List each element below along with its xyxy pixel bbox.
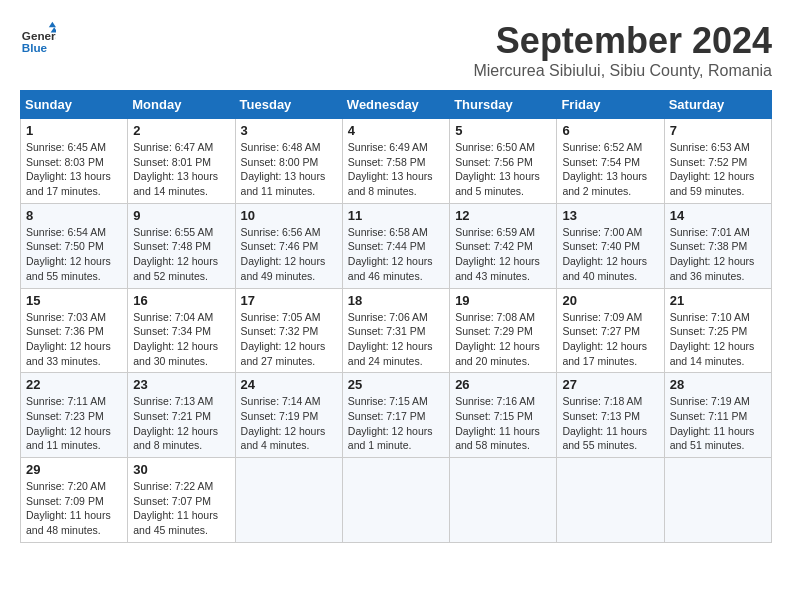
weekday-header-wednesday: Wednesday: [342, 91, 449, 119]
day-number: 14: [670, 208, 766, 223]
day-info: Sunrise: 7:04 AMSunset: 7:34 PMDaylight:…: [133, 310, 229, 369]
day-info: Sunrise: 7:09 AMSunset: 7:27 PMDaylight:…: [562, 310, 658, 369]
day-info: Sunrise: 7:11 AMSunset: 7:23 PMDaylight:…: [26, 394, 122, 453]
day-info: Sunrise: 7:08 AMSunset: 7:29 PMDaylight:…: [455, 310, 551, 369]
calendar-cell: 5 Sunrise: 6:50 AMSunset: 7:56 PMDayligh…: [450, 119, 557, 204]
calendar-cell: 6 Sunrise: 6:52 AMSunset: 7:54 PMDayligh…: [557, 119, 664, 204]
calendar-cell: 10 Sunrise: 6:56 AMSunset: 7:46 PMDaylig…: [235, 203, 342, 288]
calendar-cell: 15 Sunrise: 7:03 AMSunset: 7:36 PMDaylig…: [21, 288, 128, 373]
day-number: 30: [133, 462, 229, 477]
month-title: September 2024: [473, 20, 772, 62]
calendar-cell: 16 Sunrise: 7:04 AMSunset: 7:34 PMDaylig…: [128, 288, 235, 373]
day-number: 16: [133, 293, 229, 308]
calendar-cell: 8 Sunrise: 6:54 AMSunset: 7:50 PMDayligh…: [21, 203, 128, 288]
day-number: 2: [133, 123, 229, 138]
day-info: Sunrise: 7:18 AMSunset: 7:13 PMDaylight:…: [562, 394, 658, 453]
location-title: Miercurea Sibiului, Sibiu County, Romani…: [473, 62, 772, 80]
calendar-cell: 28 Sunrise: 7:19 AMSunset: 7:11 PMDaylig…: [664, 373, 771, 458]
day-info: Sunrise: 7:03 AMSunset: 7:36 PMDaylight:…: [26, 310, 122, 369]
svg-text:Blue: Blue: [22, 41, 48, 54]
day-number: 19: [455, 293, 551, 308]
day-info: Sunrise: 7:13 AMSunset: 7:21 PMDaylight:…: [133, 394, 229, 453]
weekday-header-thursday: Thursday: [450, 91, 557, 119]
day-info: Sunrise: 7:22 AMSunset: 7:07 PMDaylight:…: [133, 479, 229, 538]
day-number: 8: [26, 208, 122, 223]
day-number: 1: [26, 123, 122, 138]
day-number: 24: [241, 377, 337, 392]
calendar-cell: [664, 458, 771, 543]
day-info: Sunrise: 7:20 AMSunset: 7:09 PMDaylight:…: [26, 479, 122, 538]
calendar-cell: 27 Sunrise: 7:18 AMSunset: 7:13 PMDaylig…: [557, 373, 664, 458]
day-number: 11: [348, 208, 444, 223]
calendar-cell: 25 Sunrise: 7:15 AMSunset: 7:17 PMDaylig…: [342, 373, 449, 458]
day-info: Sunrise: 6:59 AMSunset: 7:42 PMDaylight:…: [455, 225, 551, 284]
day-number: 21: [670, 293, 766, 308]
day-info: Sunrise: 6:52 AMSunset: 7:54 PMDaylight:…: [562, 140, 658, 199]
calendar-cell: [342, 458, 449, 543]
calendar-cell: [235, 458, 342, 543]
calendar-cell: 24 Sunrise: 7:14 AMSunset: 7:19 PMDaylig…: [235, 373, 342, 458]
weekday-header-tuesday: Tuesday: [235, 91, 342, 119]
weekday-header-friday: Friday: [557, 91, 664, 119]
day-number: 4: [348, 123, 444, 138]
day-number: 15: [26, 293, 122, 308]
calendar-cell: 19 Sunrise: 7:08 AMSunset: 7:29 PMDaylig…: [450, 288, 557, 373]
day-number: 10: [241, 208, 337, 223]
day-number: 27: [562, 377, 658, 392]
calendar-cell: 21 Sunrise: 7:10 AMSunset: 7:25 PMDaylig…: [664, 288, 771, 373]
calendar-cell: 11 Sunrise: 6:58 AMSunset: 7:44 PMDaylig…: [342, 203, 449, 288]
calendar-cell: 26 Sunrise: 7:16 AMSunset: 7:15 PMDaylig…: [450, 373, 557, 458]
calendar-cell: 23 Sunrise: 7:13 AMSunset: 7:21 PMDaylig…: [128, 373, 235, 458]
day-info: Sunrise: 6:55 AMSunset: 7:48 PMDaylight:…: [133, 225, 229, 284]
page-header: General Blue September 2024 Miercurea Si…: [20, 20, 772, 80]
day-number: 12: [455, 208, 551, 223]
weekday-header-saturday: Saturday: [664, 91, 771, 119]
calendar-table: SundayMondayTuesdayWednesdayThursdayFrid…: [20, 90, 772, 543]
day-info: Sunrise: 7:10 AMSunset: 7:25 PMDaylight:…: [670, 310, 766, 369]
calendar-cell: 3 Sunrise: 6:48 AMSunset: 8:00 PMDayligh…: [235, 119, 342, 204]
day-number: 23: [133, 377, 229, 392]
calendar-cell: 4 Sunrise: 6:49 AMSunset: 7:58 PMDayligh…: [342, 119, 449, 204]
day-info: Sunrise: 7:00 AMSunset: 7:40 PMDaylight:…: [562, 225, 658, 284]
calendar-cell: 1 Sunrise: 6:45 AMSunset: 8:03 PMDayligh…: [21, 119, 128, 204]
day-info: Sunrise: 7:06 AMSunset: 7:31 PMDaylight:…: [348, 310, 444, 369]
day-info: Sunrise: 6:47 AMSunset: 8:01 PMDaylight:…: [133, 140, 229, 199]
calendar-cell: 2 Sunrise: 6:47 AMSunset: 8:01 PMDayligh…: [128, 119, 235, 204]
calendar-cell: 7 Sunrise: 6:53 AMSunset: 7:52 PMDayligh…: [664, 119, 771, 204]
day-number: 26: [455, 377, 551, 392]
day-number: 5: [455, 123, 551, 138]
day-info: Sunrise: 6:58 AMSunset: 7:44 PMDaylight:…: [348, 225, 444, 284]
logo: General Blue: [20, 20, 56, 56]
day-number: 20: [562, 293, 658, 308]
day-number: 7: [670, 123, 766, 138]
day-number: 13: [562, 208, 658, 223]
day-info: Sunrise: 6:53 AMSunset: 7:52 PMDaylight:…: [670, 140, 766, 199]
svg-marker-2: [49, 22, 56, 27]
day-info: Sunrise: 6:45 AMSunset: 8:03 PMDaylight:…: [26, 140, 122, 199]
calendar-cell: [557, 458, 664, 543]
calendar-cell: 9 Sunrise: 6:55 AMSunset: 7:48 PMDayligh…: [128, 203, 235, 288]
title-block: September 2024 Miercurea Sibiului, Sibiu…: [473, 20, 772, 80]
day-info: Sunrise: 6:49 AMSunset: 7:58 PMDaylight:…: [348, 140, 444, 199]
day-number: 9: [133, 208, 229, 223]
day-number: 3: [241, 123, 337, 138]
calendar-cell: 18 Sunrise: 7:06 AMSunset: 7:31 PMDaylig…: [342, 288, 449, 373]
day-number: 6: [562, 123, 658, 138]
day-info: Sunrise: 7:14 AMSunset: 7:19 PMDaylight:…: [241, 394, 337, 453]
day-info: Sunrise: 6:54 AMSunset: 7:50 PMDaylight:…: [26, 225, 122, 284]
day-info: Sunrise: 7:19 AMSunset: 7:11 PMDaylight:…: [670, 394, 766, 453]
day-number: 25: [348, 377, 444, 392]
calendar-cell: 12 Sunrise: 6:59 AMSunset: 7:42 PMDaylig…: [450, 203, 557, 288]
calendar-cell: 22 Sunrise: 7:11 AMSunset: 7:23 PMDaylig…: [21, 373, 128, 458]
calendar-cell: 14 Sunrise: 7:01 AMSunset: 7:38 PMDaylig…: [664, 203, 771, 288]
logo-icon: General Blue: [20, 20, 56, 56]
calendar-cell: 20 Sunrise: 7:09 AMSunset: 7:27 PMDaylig…: [557, 288, 664, 373]
day-info: Sunrise: 6:56 AMSunset: 7:46 PMDaylight:…: [241, 225, 337, 284]
calendar-cell: [450, 458, 557, 543]
calendar-cell: 13 Sunrise: 7:00 AMSunset: 7:40 PMDaylig…: [557, 203, 664, 288]
calendar-cell: 30 Sunrise: 7:22 AMSunset: 7:07 PMDaylig…: [128, 458, 235, 543]
day-number: 28: [670, 377, 766, 392]
day-info: Sunrise: 7:15 AMSunset: 7:17 PMDaylight:…: [348, 394, 444, 453]
calendar-cell: 29 Sunrise: 7:20 AMSunset: 7:09 PMDaylig…: [21, 458, 128, 543]
day-info: Sunrise: 6:50 AMSunset: 7:56 PMDaylight:…: [455, 140, 551, 199]
